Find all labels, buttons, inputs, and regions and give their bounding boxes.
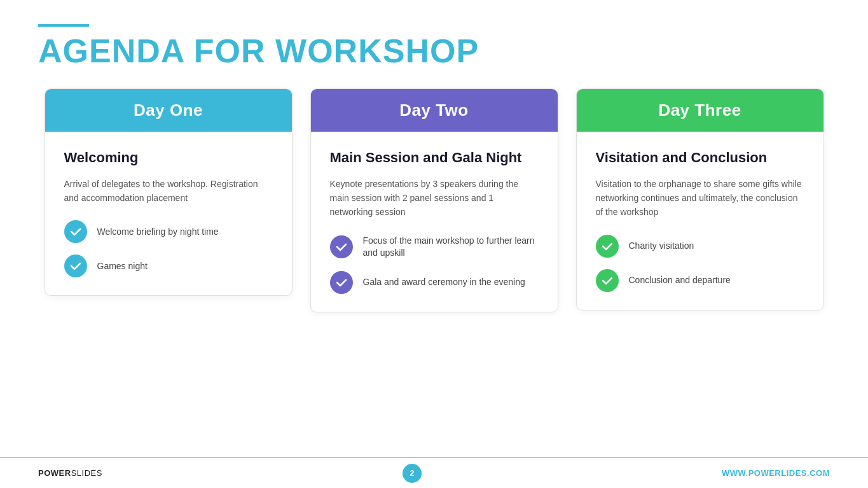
day-one-check-text-0: Welcome briefing by night time [97,226,219,239]
day-one-check-item-0: Welcome briefing by night time [64,220,273,243]
day-two-title: Main Session and Gala Night [330,150,539,166]
day-two-checklist: Focus of the main workshop to further le… [330,235,539,294]
brand-name: POWERSLIDES [38,468,102,478]
footer: POWERSLIDES 2 WWW.POWERLIDES.COM [0,457,868,488]
day-three-check-item-1: Conclusion and departure [596,269,804,292]
website: WWW.POWERLIDES.COM [722,468,830,478]
day-one-header: Day One [45,89,292,132]
day-two-check-icon-0 [330,235,353,258]
day-two-check-icon-1 [330,271,353,294]
day-one-body: WelcomingArrival of delegates to the wor… [45,132,292,295]
header: AGENDA FOR WORKSHOP [0,0,868,76]
day-three-header: Day Three [577,89,823,132]
day-one-title: Welcoming [64,150,273,166]
day-three-checklist: Charity visitationConclusion and departu… [596,235,804,292]
day-one-checklist: Welcome briefing by night timeGames nigh… [64,220,273,277]
day-two-check-item-0: Focus of the main workshop to further le… [330,235,539,260]
day-three-title: Visitation and Conclusion [596,150,804,166]
day-three-check-item-0: Charity visitation [596,235,804,258]
day-one-check-icon-0 [64,220,87,243]
day-two-description: Keynote presentations by 3 speakers duri… [330,177,539,220]
day-card-day-one: Day OneWelcomingArrival of delegates to … [45,88,293,296]
day-one-check-text-1: Games night [97,260,148,273]
day-three-check-icon-0 [596,235,619,258]
day-one-check-item-1: Games night [64,254,273,277]
day-two-header: Day Two [311,89,558,132]
day-three-description: Visitation to the orphanage to share som… [596,177,804,220]
brand-bold: POWER [38,468,71,478]
day-two-check-item-1: Gala and award ceremony in the evening [330,271,539,294]
day-two-check-text-0: Focus of the main workshop to further le… [363,235,539,260]
day-three-check-text-0: Charity visitation [629,240,694,253]
header-accent-line [38,24,89,27]
page-number: 2 [403,464,422,483]
day-three-body: Visitation and ConclusionVisitation to t… [577,132,823,310]
brand-light: SLIDES [71,468,102,478]
cards-area: Day OneWelcomingArrival of delegates to … [0,76,868,457]
title-black: AGENDA FOR [38,32,275,69]
day-one-check-icon-1 [64,254,87,277]
day-one-description: Arrival of delegates to the workshop. Re… [64,177,273,206]
day-three-check-icon-1 [596,269,619,292]
day-three-check-text-1: Conclusion and departure [629,274,731,287]
day-two-check-text-1: Gala and award ceremony in the evening [363,276,525,289]
title-blue: WORKSHOP [275,32,479,69]
day-card-day-three: Day ThreeVisitation and ConclusionVisita… [576,88,824,310]
page-title: AGENDA FOR WORKSHOP [38,33,830,69]
day-card-day-two: Day TwoMain Session and Gala NightKeynot… [310,88,558,312]
day-two-body: Main Session and Gala NightKeynote prese… [311,132,558,312]
slide: AGENDA FOR WORKSHOP Day OneWelcomingArri… [0,0,868,488]
